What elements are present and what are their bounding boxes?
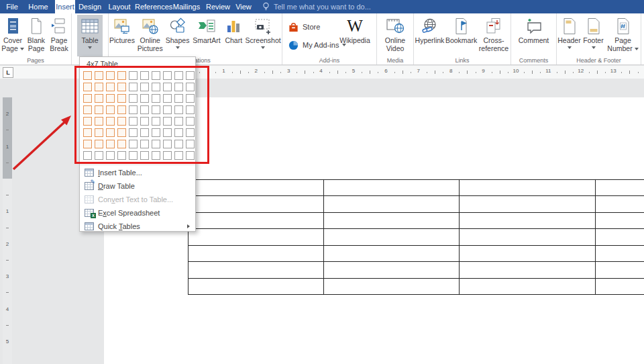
- table-cell[interactable]: [460, 262, 595, 277]
- table-cell[interactable]: [324, 229, 460, 244]
- footer-button[interactable]: Footer: [582, 15, 606, 49]
- page-break-button[interactable]: Page Break: [48, 15, 70, 52]
- ruler-tick: [629, 71, 630, 74]
- table-cell[interactable]: [324, 279, 460, 294]
- table-cell[interactable]: [460, 213, 595, 228]
- table-cell[interactable]: [189, 180, 324, 195]
- group-addins: Store My Add-ins W Wikipedia Add-ins: [282, 13, 377, 64]
- insert-table-icon: [85, 169, 94, 177]
- table-row: [189, 180, 644, 196]
- page-number-icon: [616, 17, 631, 36]
- submenu-arrow-icon: [187, 224, 190, 228]
- table-cell[interactable]: [324, 246, 460, 261]
- ruler-number: 2: [255, 68, 258, 74]
- cross-reference-icon: [485, 17, 502, 36]
- tab-design[interactable]: Design: [78, 0, 102, 13]
- ruler-tick: [492, 72, 492, 73]
- table-cell[interactable]: [189, 262, 324, 277]
- table-button[interactable]: Table: [77, 15, 103, 56]
- table-cell[interactable]: [189, 246, 324, 261]
- ruler-number: 13: [610, 68, 616, 74]
- table-cell[interactable]: [324, 180, 460, 195]
- menu-item[interactable]: Insert Table...: [80, 166, 195, 179]
- menu-item[interactable]: xExcel Spreadsheet: [80, 206, 195, 220]
- cover-page-button[interactable]: Cover Page: [1, 15, 25, 52]
- table-cell[interactable]: [596, 246, 644, 261]
- menu-item[interactable]: Convert Text to Table...: [80, 193, 195, 206]
- group-comments: Comment Comments: [511, 13, 557, 64]
- store-button[interactable]: Store: [288, 20, 320, 34]
- tell-me-box[interactable]: Tell me what you want to do...: [274, 0, 371, 13]
- wikipedia-button[interactable]: W Wikipedia: [336, 15, 374, 45]
- tab-stop-selector[interactable]: L: [3, 67, 13, 78]
- ruler-tick: [240, 71, 241, 74]
- table-cell[interactable]: [460, 229, 595, 244]
- table-cell[interactable]: [460, 246, 595, 261]
- ruler-tick: [215, 72, 216, 73]
- screenshot-button[interactable]: Screenshot: [244, 15, 282, 49]
- lightbulb-icon: [262, 2, 270, 11]
- chevron-down-icon: [635, 48, 639, 50]
- smartart-button[interactable]: SmartArt: [191, 15, 223, 45]
- table-cell[interactable]: [324, 262, 460, 277]
- hyperlink-button[interactable]: Hyperlink: [414, 15, 445, 45]
- table-cell[interactable]: [596, 229, 644, 244]
- chevron-down-icon: [592, 46, 596, 49]
- online-pictures-button[interactable]: Online Pictures: [136, 15, 165, 52]
- table-cell[interactable]: [596, 279, 644, 294]
- tab-review[interactable]: Review: [205, 0, 231, 13]
- page-number-button[interactable]: Page Number: [606, 15, 641, 52]
- online-pictures-icon: [142, 17, 159, 36]
- ruler-tick: [362, 72, 362, 73]
- table-cell[interactable]: [189, 213, 324, 228]
- header-button[interactable]: Header: [557, 15, 582, 49]
- comment-button[interactable]: Comment: [515, 15, 553, 45]
- ruler-tick: [476, 72, 476, 73]
- table-cell[interactable]: [596, 262, 644, 277]
- tab-layout[interactable]: Layout: [107, 0, 131, 13]
- ruler-tick: [500, 71, 500, 74]
- pictures-button[interactable]: Pictures: [109, 15, 136, 45]
- ruler-tick: [565, 71, 566, 74]
- menu-item[interactable]: ✎Draw Table: [80, 179, 195, 193]
- quick-tables-icon: [85, 222, 94, 230]
- ruler-tick: [638, 72, 639, 73]
- table-cell[interactable]: [596, 196, 644, 212]
- table-cell[interactable]: [189, 196, 324, 212]
- shapes-button[interactable]: Shapes: [165, 15, 191, 49]
- annotation-arrow: [8, 111, 78, 175]
- bookmark-button[interactable]: Bookmark: [445, 15, 477, 45]
- table-cell[interactable]: [324, 196, 460, 212]
- table-cell[interactable]: [189, 279, 324, 294]
- annotation-rectangle: [74, 66, 209, 164]
- group-media: Online Video Media: [377, 13, 414, 64]
- menu-item[interactable]: Quick Tables: [80, 220, 195, 233]
- tab-references[interactable]: References: [135, 0, 171, 13]
- online-video-button[interactable]: Online Video: [380, 15, 411, 52]
- excel-badge-icon: x: [91, 213, 96, 218]
- table-cell[interactable]: [324, 213, 460, 228]
- chevron-down-icon: [176, 46, 180, 49]
- table-cell[interactable]: [189, 229, 324, 244]
- tab-view[interactable]: View: [233, 0, 254, 13]
- table-cell[interactable]: [460, 180, 595, 195]
- table-cell[interactable]: [596, 213, 644, 228]
- cross-reference-button[interactable]: Cross-reference: [477, 15, 511, 52]
- table-row: [189, 262, 644, 278]
- table-cell[interactable]: [460, 279, 595, 294]
- blank-page-button[interactable]: Blank Page: [25, 15, 48, 52]
- ruler-number: 1: [222, 68, 225, 74]
- ruler-tick: [329, 72, 330, 73]
- tab-insert[interactable]: Insert: [55, 0, 75, 13]
- table-cell[interactable]: [460, 196, 595, 212]
- blank-page-icon: [29, 17, 44, 36]
- cover-page-icon: [5, 17, 20, 36]
- chart-button[interactable]: Chart: [223, 15, 244, 45]
- tab-home[interactable]: Home: [25, 0, 51, 13]
- ruler-tick: [621, 72, 622, 73]
- ruler-tick: [6, 260, 9, 261]
- footer-icon: [586, 17, 601, 36]
- tab-file[interactable]: File: [3, 0, 21, 13]
- tab-mailings[interactable]: Mailings: [172, 0, 201, 13]
- table-cell[interactable]: [596, 180, 644, 195]
